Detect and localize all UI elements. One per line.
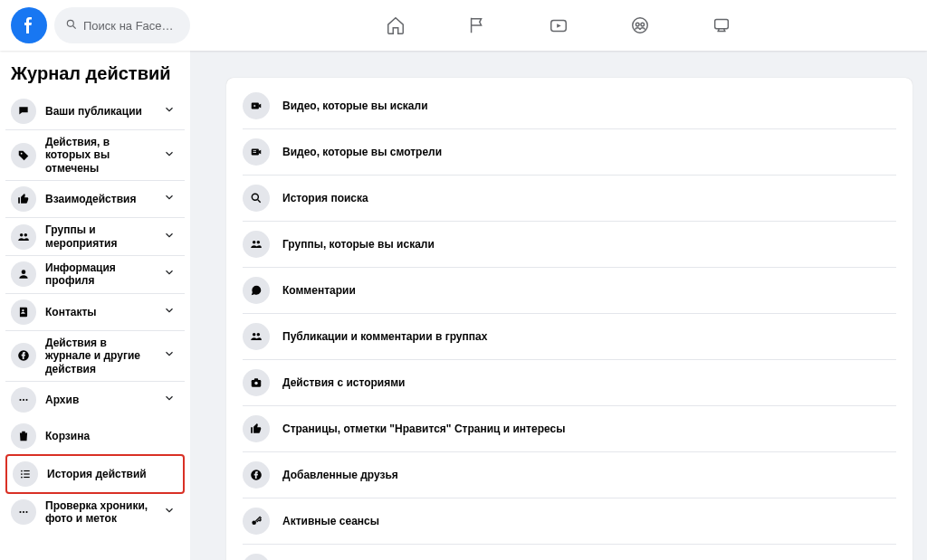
- svg-line-30: [258, 200, 261, 203]
- row-label: Комментарии: [282, 284, 356, 297]
- chevron-down-icon: [163, 191, 179, 207]
- ellipsis-icon: [11, 499, 36, 525]
- sidebar-item-trash[interactable]: Корзина: [5, 418, 185, 454]
- svg-point-5: [641, 23, 645, 26]
- video-list-icon: [243, 138, 270, 166]
- row-added-friends[interactable]: Добавленные друзья: [243, 452, 896, 498]
- sidebar-item-groups-events[interactable]: Группы и мероприятия: [5, 218, 185, 256]
- svg-point-29: [252, 194, 258, 200]
- sidebar-item-label: Группы и мероприятия: [45, 223, 154, 250]
- row-groups-searched[interactable]: Группы, которые вы искали: [243, 222, 896, 268]
- sidebar-item-timeline-review[interactable]: Проверка хроники, фото и меток: [5, 494, 185, 531]
- row-label: Страницы, отметки "Нравится" Страниц и и…: [282, 422, 565, 435]
- nav-gaming-icon[interactable]: [685, 0, 758, 51]
- row-comments[interactable]: Комментарии: [243, 268, 896, 314]
- search-icon: [243, 185, 270, 212]
- sidebar-item-logged-actions[interactable]: Действия в журнале и другие действия: [5, 331, 185, 382]
- row-group-posts-comments[interactable]: Публикации и комментарии в группах: [243, 314, 896, 360]
- row-relationships[interactable]: Отношения: [243, 545, 896, 560]
- svg-point-32: [257, 241, 261, 244]
- people-icon: [11, 224, 36, 250]
- row-pages-likes[interactable]: Страницы, отметки "Нравится" Страниц и и…: [243, 406, 896, 452]
- svg-point-3: [633, 18, 648, 33]
- facebook-logo[interactable]: [11, 7, 47, 43]
- top-header: Поиск на Facebook: [0, 0, 927, 51]
- chevron-down-icon: [163, 147, 179, 164]
- svg-point-7: [21, 152, 23, 154]
- chevron-down-icon: [163, 266, 179, 282]
- sidebar-item-label: Архив: [45, 394, 154, 406]
- sidebar-item-interactions[interactable]: Взаимодействия: [5, 181, 185, 218]
- svg-point-14: [23, 399, 24, 401]
- svg-point-17: [21, 473, 23, 475]
- svg-point-36: [254, 382, 258, 385]
- svg-point-9: [24, 233, 27, 236]
- nav-watch-icon[interactable]: [522, 0, 595, 51]
- svg-point-15: [25, 399, 27, 401]
- people-icon: [243, 323, 270, 350]
- thumbs-up-icon: [11, 186, 36, 212]
- sidebar-item-tagged[interactable]: Действия, в которых вы отмечены: [5, 130, 185, 181]
- svg-point-31: [253, 241, 256, 244]
- header-left: Поиск на Facebook: [0, 7, 190, 43]
- row-search-history[interactable]: История поиска: [243, 176, 896, 222]
- chevron-down-icon: [163, 103, 179, 119]
- search-icon: [65, 18, 78, 33]
- chevron-down-icon: [163, 392, 179, 408]
- chevron-down-icon: [163, 504, 179, 520]
- row-label: Действия с историями: [282, 376, 405, 389]
- svg-point-33: [253, 333, 256, 337]
- nav-groups-icon[interactable]: [604, 0, 676, 51]
- svg-point-0: [67, 20, 73, 26]
- row-label: Видео, которые вы искали: [282, 100, 428, 112]
- tag-icon: [11, 143, 36, 168]
- chevron-down-icon: [163, 229, 179, 245]
- sidebar-item-archive[interactable]: Архив: [5, 382, 185, 418]
- nav-home-icon[interactable]: [359, 0, 432, 51]
- row-label: Публикации и комментарии в группах: [282, 330, 487, 343]
- facebook-icon: [243, 461, 270, 489]
- svg-point-24: [25, 511, 27, 513]
- row-videos-watched[interactable]: Видео, которые вы смотрели: [243, 129, 896, 176]
- sidebar-item-profile-info[interactable]: Информация профиля: [5, 256, 185, 294]
- svg-point-22: [19, 511, 21, 513]
- svg-rect-20: [24, 473, 29, 474]
- row-stories-actions[interactable]: Действия с историями: [243, 360, 896, 406]
- svg-point-4: [636, 23, 639, 26]
- key-icon: [243, 508, 270, 535]
- row-label: Активные сеансы: [282, 515, 379, 527]
- row-label: Группы, которые вы искали: [282, 238, 435, 251]
- svg-rect-28: [253, 152, 257, 153]
- sidebar-item-label: Действия, в которых вы отмечены: [45, 136, 154, 175]
- facebook-icon: [11, 343, 36, 368]
- people-icon: [243, 231, 270, 258]
- thumbs-up-icon: [243, 415, 270, 442]
- sidebar-item-contacts[interactable]: Контакты: [5, 294, 185, 331]
- speech-icon: [11, 99, 36, 124]
- svg-point-16: [21, 470, 23, 472]
- search-input[interactable]: Поиск на Facebook: [54, 7, 190, 43]
- trash-icon: [11, 423, 36, 449]
- sidebar-item-label: Проверка хроники, фото и меток: [45, 499, 154, 526]
- svg-point-13: [19, 399, 21, 401]
- row-videos-searched[interactable]: Видео, которые вы искали: [243, 83, 896, 129]
- sidebar-item-your-posts[interactable]: Ваши публикации: [5, 93, 185, 130]
- sidebar-item-label: Ваши публикации: [45, 105, 154, 118]
- sidebar-item-label: Контакты: [45, 306, 154, 318]
- svg-rect-27: [253, 150, 257, 151]
- video-plus-icon: [243, 92, 270, 119]
- ellipsis-icon: [11, 387, 36, 413]
- svg-line-1: [73, 25, 76, 28]
- svg-rect-19: [24, 470, 29, 471]
- svg-point-38: [252, 520, 256, 525]
- camera-icon: [243, 369, 270, 396]
- nav-flag-icon[interactable]: [441, 0, 513, 51]
- sidebar-item-label: История действий: [47, 468, 177, 480]
- sidebar-item-activity-history[interactable]: История действий: [5, 454, 185, 494]
- sidebar-item-label: Корзина: [45, 430, 179, 442]
- svg-rect-21: [24, 477, 29, 478]
- svg-point-10: [22, 271, 26, 275]
- svg-point-18: [21, 477, 23, 479]
- row-active-sessions[interactable]: Активные сеансы: [243, 498, 896, 545]
- history-card: Видео, которые вы искали Видео, которые …: [226, 78, 913, 560]
